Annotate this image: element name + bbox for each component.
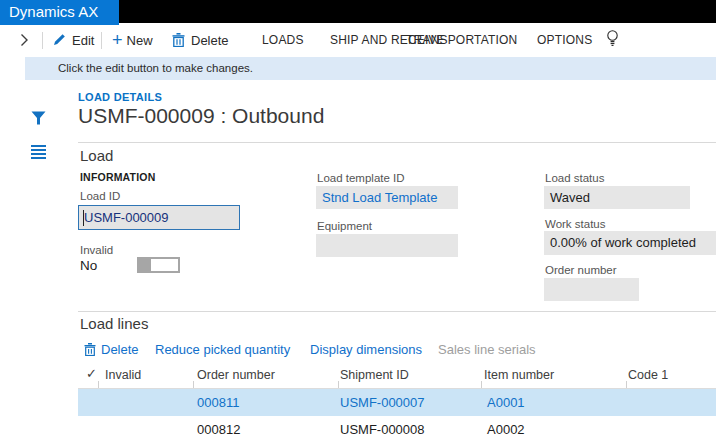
column-divider xyxy=(481,381,482,388)
column-divider xyxy=(338,381,339,388)
pencil-icon xyxy=(52,33,66,47)
order-number-label: Order number xyxy=(545,264,617,276)
column-divider xyxy=(193,381,194,388)
table-row[interactable]: 000811 USMF-000007 A0001 xyxy=(78,389,716,416)
toolbar-separator xyxy=(42,32,43,49)
cell-shipment-id[interactable]: USMF-000007 xyxy=(340,395,425,410)
dynamics-ax-load-details-screen: { "colors": { "brand_blue": "#0877D4", "… xyxy=(0,0,716,443)
column-header-code1[interactable]: Code 1 xyxy=(628,368,668,382)
notification-bar: Click the edit button to make changes. xyxy=(25,57,716,80)
delete-button-label: Delete xyxy=(191,33,229,48)
cell-order-number[interactable]: 000812 xyxy=(197,422,240,437)
delete-button[interactable]: Delete xyxy=(172,23,229,57)
expand-chevron-button[interactable] xyxy=(20,23,35,57)
page-caption: LOAD DETAILS xyxy=(78,91,162,103)
display-dimensions-button[interactable]: Display dimensions xyxy=(310,341,422,358)
load-section-divider xyxy=(78,142,716,143)
sales-line-serials-button: Sales line serials xyxy=(438,341,536,358)
menu-options[interactable]: OPTIONS xyxy=(537,23,592,57)
chevron-right-icon xyxy=(20,33,29,47)
cell-order-number[interactable]: 000811 xyxy=(197,395,239,410)
column-header-order-number[interactable]: Order number xyxy=(197,368,275,382)
row-select-check-icon[interactable]: ✓ xyxy=(86,366,97,381)
load-template-id-field[interactable]: Stnd Load Template xyxy=(316,186,458,209)
trash-icon xyxy=(172,33,185,47)
reduce-picked-quantity-button[interactable]: Reduce picked quantity xyxy=(155,341,290,358)
load-id-label: Load ID xyxy=(80,190,120,202)
invalid-value: No xyxy=(80,258,97,273)
load-status-field: Waved xyxy=(544,186,690,209)
load-lines-section-divider xyxy=(78,311,716,312)
related-list-icon[interactable] xyxy=(31,145,46,161)
edit-button[interactable]: Edit xyxy=(52,23,94,57)
work-status-field: 0.00% of work completed xyxy=(544,231,716,255)
column-divider xyxy=(98,381,99,388)
column-header-invalid[interactable]: Invalid xyxy=(105,368,141,382)
menu-transportation[interactable]: TRANSPORTATION xyxy=(406,23,517,57)
toolbar-separator xyxy=(101,32,102,49)
load-template-id-label: Load template ID xyxy=(317,172,405,184)
toggle-handle xyxy=(137,257,151,273)
equipment-field[interactable] xyxy=(316,234,458,257)
load-lines-delete-button[interactable]: Delete xyxy=(84,341,139,358)
column-divider xyxy=(626,381,627,388)
cell-item-number[interactable]: A0002 xyxy=(487,422,525,437)
invalid-label: Invalid xyxy=(80,244,113,256)
app-brand[interactable]: Dynamics AX xyxy=(0,0,119,25)
table-row[interactable]: 000812 USMF-000008 A0002 xyxy=(78,416,716,443)
equipment-label: Equipment xyxy=(317,220,372,232)
order-number-field[interactable] xyxy=(544,278,639,301)
menu-loads[interactable]: LOADS xyxy=(262,23,304,57)
lightbulb-icon xyxy=(606,30,619,50)
lightbulb-button[interactable] xyxy=(606,23,619,57)
plus-icon: + xyxy=(112,33,123,47)
action-bar: Edit + New Delete LOADS SHIP AND RECEIVE… xyxy=(0,23,716,57)
page-title: USMF-000009 : Outbound xyxy=(78,104,324,128)
cell-shipment-id[interactable]: USMF-000008 xyxy=(340,422,425,437)
new-button[interactable]: + New xyxy=(112,23,153,57)
load-status-label: Load status xyxy=(545,172,604,184)
edit-button-label: Edit xyxy=(72,33,94,48)
information-group-header: INFORMATION xyxy=(80,171,156,183)
text-caret xyxy=(83,210,84,226)
column-header-item-number[interactable]: Item number xyxy=(484,368,554,382)
load-id-input[interactable]: USMF-000009 xyxy=(78,205,240,230)
new-button-label: New xyxy=(127,33,153,48)
notification-message: Click the edit button to make changes. xyxy=(58,62,253,74)
trash-icon xyxy=(84,343,96,356)
filter-funnel-icon[interactable] xyxy=(31,111,46,129)
work-status-label: Work status xyxy=(545,218,606,230)
column-header-shipment-id[interactable]: Shipment ID xyxy=(340,368,409,382)
load-section-title[interactable]: Load xyxy=(80,147,113,164)
invalid-toggle[interactable] xyxy=(137,257,180,273)
load-lines-delete-label: Delete xyxy=(101,342,139,357)
cell-item-number[interactable]: A0001 xyxy=(487,395,525,410)
load-id-value: USMF-000009 xyxy=(84,210,169,225)
load-lines-section-title[interactable]: Load lines xyxy=(80,315,148,332)
